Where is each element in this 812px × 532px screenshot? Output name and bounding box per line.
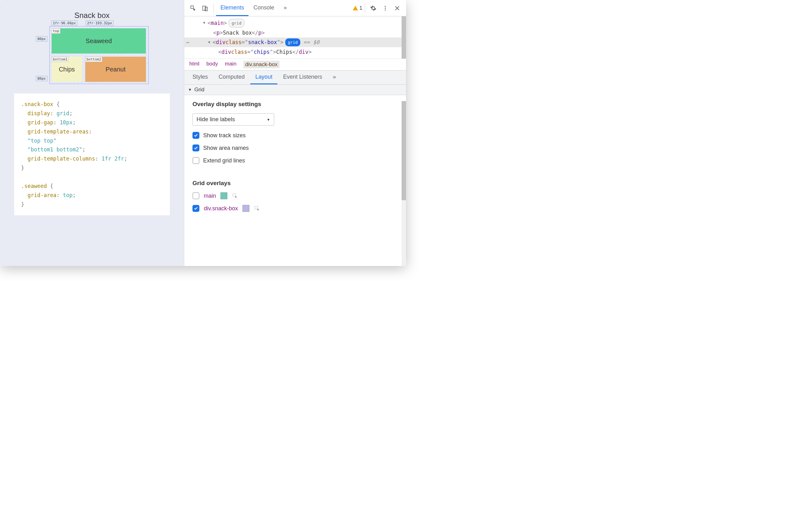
grid-section-header[interactable]: ▼ Grid (184, 85, 406, 95)
crumb-div-snack-box[interactable]: div.snack-box (243, 61, 279, 68)
chevron-down-icon: ▼ (267, 118, 270, 122)
chips-text: Chips (59, 66, 75, 73)
checkbox-overlay-snack-box[interactable] (192, 205, 199, 212)
grid-section-title: Grid (194, 87, 204, 93)
svg-point-4 (385, 8, 386, 9)
svg-point-5 (385, 10, 386, 10)
dom-selected-suffix: == $0 (304, 38, 320, 47)
subtab-styles[interactable]: Styles (187, 71, 213, 84)
seaweed-text: Seaweed (86, 38, 112, 45)
css-code-block: .snack-box { display: grid; grid-gap: 10… (14, 94, 170, 215)
snack-box-grid: top Seaweed bottom1 Chips bottom2 Peanut (49, 26, 149, 84)
grid-preview: Snack box 80px 80px 1fr·96.66px 2fr·193.… (14, 11, 170, 84)
option-area-names: Show area names (192, 144, 398, 151)
settings-icon[interactable] (368, 2, 379, 14)
color-swatch-main[interactable] (220, 192, 227, 199)
subtab-event-listeners[interactable]: Event Listeners (278, 71, 327, 84)
grid-badge-active[interactable]: grid (285, 38, 300, 46)
option-extend-lines: Extend grid lines (192, 157, 398, 164)
checkbox-overlay-main[interactable] (192, 192, 199, 199)
divider (365, 4, 365, 13)
crumb-body[interactable]: body (206, 61, 218, 68)
svg-point-3 (385, 6, 386, 6)
crumb-html[interactable]: html (189, 61, 199, 68)
seaweed-cell: top Seaweed (52, 28, 146, 54)
divider (213, 4, 214, 13)
dom-node-chips[interactable]: <div class="chips">Chips</div> (184, 47, 406, 57)
area-label-top: top (52, 28, 60, 34)
option-extend-lines-label: Extend grid lines (203, 157, 245, 164)
chips-cell: bottom1 Chips (52, 57, 82, 82)
dom-node-main[interactable]: ▼<main> grid (184, 18, 406, 28)
checkbox-extend-lines[interactable] (192, 157, 199, 164)
subtab-computed[interactable]: Computed (214, 71, 250, 84)
overlay-name-snack-box[interactable]: div.snack-box (204, 205, 238, 212)
chevron-down-icon: ▼ (188, 87, 192, 92)
dom-node-snack-box[interactable]: ▼<div class="snack-box"> grid == $0 (184, 38, 406, 47)
tab-elements[interactable]: Elements (216, 0, 248, 16)
grid-overlays: Grid overlays main div.snack-box (184, 175, 406, 226)
kebab-menu-icon[interactable] (380, 2, 391, 14)
grid-gap-row (52, 54, 146, 57)
line-labels-dropdown[interactable]: Hide line labels ▼ (192, 113, 274, 126)
styles-subtabs: Styles Computed Layout Event Listeners » (184, 70, 406, 85)
overlay-name-main[interactable]: main (204, 193, 216, 199)
tab-more[interactable]: » (279, 0, 291, 16)
dom-node-p[interactable]: <p>Snack box</p> (184, 28, 406, 38)
checkbox-area-names[interactable] (192, 144, 199, 151)
peanut-cell: bottom2 Peanut (85, 57, 146, 82)
page-preview-pane: Snack box 80px 80px 1fr·96.66px 2fr·193.… (0, 0, 184, 266)
option-track-sizes-label: Show track sizes (203, 132, 246, 139)
devtools-pane: Elements Console » 1 ▼<main> grid <p>Sna… (184, 0, 406, 266)
device-toggle-icon[interactable] (199, 2, 211, 14)
dom-scrollbar[interactable] (402, 16, 406, 58)
subtab-layout[interactable]: Layout (250, 71, 277, 84)
dom-node-actions-icon[interactable]: ⋯ (186, 38, 190, 47)
preview-title: Snack box (74, 11, 110, 20)
tab-console[interactable]: Console (249, 0, 279, 16)
subtab-more[interactable]: » (328, 71, 341, 84)
dom-tree[interactable]: ▼<main> grid <p>Snack box</p> ⋯ ▼<div cl… (184, 16, 406, 58)
overlay-settings: Overlay display settings Hide line label… (184, 95, 406, 175)
highlight-element-icon[interactable] (232, 193, 238, 199)
area-label-bottom1: bottom1 (52, 57, 69, 62)
crumb-main[interactable]: main (225, 61, 236, 68)
close-icon[interactable] (392, 2, 403, 14)
overlay-row-main: main (192, 192, 398, 199)
option-area-names-label: Show area names (203, 145, 249, 151)
svg-rect-1 (203, 6, 206, 10)
breadcrumb-trail: html body main div.snack-box (184, 58, 406, 70)
option-track-sizes: Show track sizes (192, 132, 398, 139)
col-track-label-2: 2fr·193.32px (86, 20, 114, 26)
overlay-settings-title: Overlay display settings (192, 101, 398, 108)
area-label-bottom2: bottom2 (85, 57, 102, 62)
overlay-row-snack-box: div.snack-box (192, 205, 398, 212)
col-track-label-1: 1fr·96.66px (51, 20, 77, 26)
dropdown-value: Hide line labels (197, 116, 235, 123)
layout-scrollbar[interactable] (402, 101, 406, 266)
warnings-count: 1 (360, 5, 362, 11)
grid-wrapper: 80px 80px 1fr·96.66px 2fr·193.32px top S… (35, 26, 149, 84)
grid-overlays-title: Grid overlays (192, 180, 398, 187)
row-track-label-2: 80px (36, 76, 47, 81)
svg-rect-0 (191, 6, 193, 8)
color-swatch-snack-box[interactable] (243, 205, 249, 212)
highlight-element-icon[interactable] (254, 205, 260, 212)
devtools-toolbar: Elements Console » 1 (184, 0, 406, 16)
layout-panel: ▼ Grid Overlay display settings Hide lin… (184, 85, 406, 266)
row-track-label-1: 80px (36, 36, 47, 42)
checkbox-track-sizes[interactable] (192, 132, 199, 139)
grid-badge[interactable]: grid (229, 19, 244, 27)
dom-tree-area: ▼<main> grid <p>Snack box</p> ⋯ ▼<div cl… (184, 16, 406, 58)
peanut-text: Peanut (106, 66, 126, 73)
warnings-badge[interactable]: 1 (352, 5, 362, 11)
inspect-icon[interactable] (187, 2, 199, 14)
